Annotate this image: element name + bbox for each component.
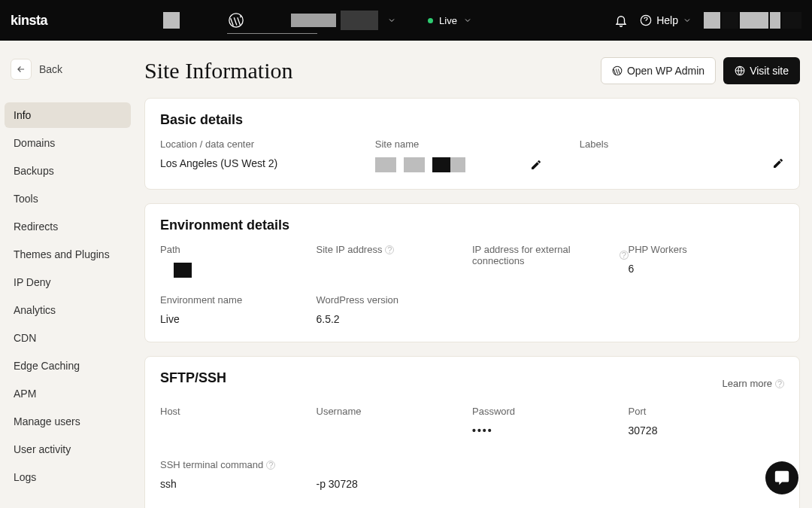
card-title: Environment details xyxy=(160,217,784,233)
sitename-value xyxy=(375,157,465,172)
pass-value: •••• xyxy=(472,424,629,437)
port-value: 30728 xyxy=(629,424,785,437)
back-label: Back xyxy=(39,63,62,75)
page-title: Site Information xyxy=(144,58,292,84)
wordpress-icon xyxy=(612,65,623,76)
basic-details-card: Basic details Location / data center Los… xyxy=(144,98,800,190)
user-label: Username xyxy=(317,406,473,417)
envname-value: Live xyxy=(160,313,317,325)
sitename-label: Site name xyxy=(375,138,580,150)
sidebar-item-analytics[interactable]: Analytics xyxy=(5,297,131,323)
sidebar-item-activity[interactable]: User activity xyxy=(5,437,131,462)
account-menu[interactable] xyxy=(704,12,801,29)
workers-label: PHP Workers xyxy=(629,244,785,255)
sshcmd-value: ssh xyxy=(160,478,317,490)
sidebar-item-cdn[interactable]: CDN xyxy=(5,325,131,351)
path-value xyxy=(160,263,317,278)
sshcmd-label: SSH terminal command xyxy=(160,459,263,470)
env-details-card: Environment details Path Site IP address… xyxy=(144,203,800,342)
back-button[interactable] xyxy=(11,59,32,80)
sshcmd-port: -p 30728 xyxy=(317,478,473,490)
site-selector[interactable] xyxy=(291,11,396,30)
help-label: Help xyxy=(656,14,678,26)
host-label: Host xyxy=(160,406,317,417)
chat-button[interactable] xyxy=(765,461,798,494)
info-icon[interactable]: ? xyxy=(266,461,275,470)
help-menu[interactable]: Help xyxy=(640,14,692,26)
sidebar-item-users[interactable]: Manage users xyxy=(5,409,131,434)
sidebar-item-domains[interactable]: Domains xyxy=(5,130,131,156)
logo[interactable]: kinsta xyxy=(11,13,47,29)
wpver-label: WordPress version xyxy=(317,294,473,306)
info-icon: ? xyxy=(775,379,784,388)
sidebar-item-redirects[interactable]: Redirects xyxy=(5,214,131,239)
port-label: Port xyxy=(629,406,785,417)
edit-labels-button[interactable] xyxy=(772,157,784,169)
environment-selector[interactable]: Live xyxy=(428,15,472,26)
sidebar-item-tools[interactable]: Tools xyxy=(5,186,131,211)
help-icon xyxy=(640,14,652,26)
status-dot-icon xyxy=(428,18,433,23)
info-icon[interactable]: ? xyxy=(385,245,394,254)
wordpress-icon xyxy=(228,12,244,29)
pass-label: Password xyxy=(472,406,629,417)
bell-icon[interactable] xyxy=(614,14,628,27)
sidebar-item-themes[interactable]: Themes and Plugins xyxy=(5,242,131,267)
sidebar-item-ipdeny[interactable]: IP Deny xyxy=(5,269,131,295)
sidebar-item-backups[interactable]: Backups xyxy=(5,158,131,184)
chevron-down-icon xyxy=(683,16,692,25)
open-wp-admin-button[interactable]: Open WP Admin xyxy=(601,57,716,84)
path-label: Path xyxy=(160,244,317,255)
sidebar-item-apm[interactable]: APM xyxy=(5,381,131,406)
workers-value: 6 xyxy=(629,263,785,275)
sidebar-item-logs[interactable]: Logs xyxy=(5,464,131,490)
labels-label: Labels xyxy=(580,138,784,150)
info-icon[interactable]: ? xyxy=(620,251,628,260)
sidebar-item-edge[interactable]: Edge Caching xyxy=(5,353,131,379)
envname-label: Environment name xyxy=(160,294,317,306)
learn-more-link[interactable]: Learn more ? xyxy=(723,378,784,389)
sftp-card: SFTP/SSH Learn more ? Host Username Pass… xyxy=(144,356,800,508)
chevron-down-icon xyxy=(463,16,472,25)
visit-site-button[interactable]: Visit site xyxy=(723,57,800,84)
sidebar: Back Info Domains Backups Tools Redirect… xyxy=(0,41,135,508)
card-title: SFTP/SSH xyxy=(160,370,226,386)
location-value: Los Angeles (US West 2) xyxy=(160,157,375,169)
env-label: Live xyxy=(439,15,457,26)
sidebar-item-info[interactable]: Info xyxy=(5,102,131,128)
location-label: Location / data center xyxy=(160,138,375,150)
edit-sitename-button[interactable] xyxy=(530,159,542,171)
avatar-placeholder xyxy=(163,12,180,29)
globe-icon xyxy=(735,65,745,76)
card-title: Basic details xyxy=(160,112,784,128)
extip-label: IP address for external connections xyxy=(472,244,617,266)
topbar: kinsta Live Help xyxy=(0,0,812,41)
siteip-label: Site IP address xyxy=(317,244,383,255)
wpver-value: 6.5.2 xyxy=(317,313,473,325)
chevron-down-icon xyxy=(387,16,396,25)
